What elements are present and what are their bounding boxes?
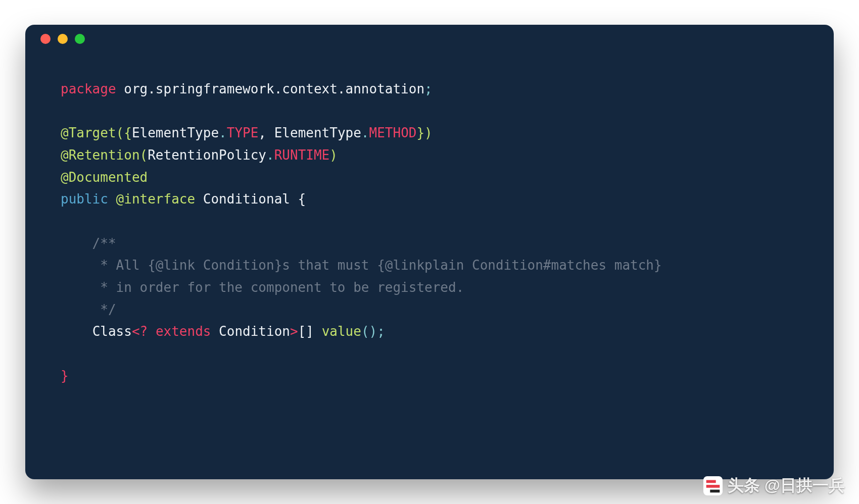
- method-end: ();: [361, 324, 385, 339]
- paren-close: ): [329, 147, 338, 163]
- element-type-2: ElementType: [274, 125, 361, 140]
- documented-annotation: @Documented: [61, 170, 148, 185]
- retention-policy: RetentionPolicy: [148, 147, 266, 163]
- target-annotation: @Target: [61, 125, 116, 140]
- brace-close: }: [61, 368, 69, 383]
- javadoc-line: */: [61, 302, 116, 317]
- close-icon[interactable]: [40, 34, 51, 44]
- svg-rect-2: [706, 485, 720, 488]
- svg-rect-1: [706, 480, 716, 483]
- condition-type: Condition: [211, 324, 290, 339]
- maximize-icon[interactable]: [75, 34, 85, 44]
- window-titlebar: [25, 25, 834, 53]
- watermark: 头条 @日拱一兵: [703, 475, 845, 497]
- interface-keyword: @interface: [108, 191, 195, 207]
- dot: .: [219, 125, 227, 140]
- javadoc-line: * All {@link Condition}s that must {@lin…: [61, 258, 662, 273]
- generic-close: >: [290, 324, 298, 339]
- type-constant: TYPE: [227, 125, 259, 140]
- minimize-icon[interactable]: [58, 34, 68, 44]
- extends-keyword: extends: [156, 324, 211, 339]
- class-type: Class: [92, 324, 132, 339]
- paren-open: (: [140, 147, 148, 163]
- code-window: package org.springframework.context.anno…: [25, 25, 834, 479]
- indent: [61, 324, 92, 339]
- value-method: value: [322, 324, 361, 339]
- paren-open: ({: [116, 125, 132, 140]
- paren-close: }): [416, 125, 432, 140]
- public-keyword: public: [61, 191, 108, 207]
- watermark-text: 头条 @日拱一兵: [728, 475, 845, 497]
- javadoc-line: * in order for the component to be regis…: [61, 280, 464, 295]
- generic-open: <?: [132, 324, 156, 339]
- code-block: package org.springframework.context.anno…: [25, 53, 834, 407]
- brace-open: {: [298, 191, 306, 207]
- javadoc-line: /**: [61, 236, 116, 251]
- package-name: org.springframework.context.annotation: [116, 81, 424, 96]
- dot: .: [266, 147, 274, 163]
- runtime-constant: RUNTIME: [274, 147, 330, 163]
- package-keyword: package: [61, 81, 116, 96]
- dot: .: [361, 125, 369, 140]
- retention-annotation: @Retention: [61, 147, 140, 163]
- array-bracket: []: [298, 324, 322, 339]
- semicolon: ;: [424, 81, 433, 96]
- svg-rect-3: [710, 490, 720, 493]
- toutiao-icon: [703, 476, 723, 495]
- comma: ,: [258, 125, 274, 140]
- interface-name: Conditional: [195, 191, 298, 207]
- method-constant: METHOD: [369, 125, 417, 140]
- element-type-1: ElementType: [132, 125, 219, 140]
